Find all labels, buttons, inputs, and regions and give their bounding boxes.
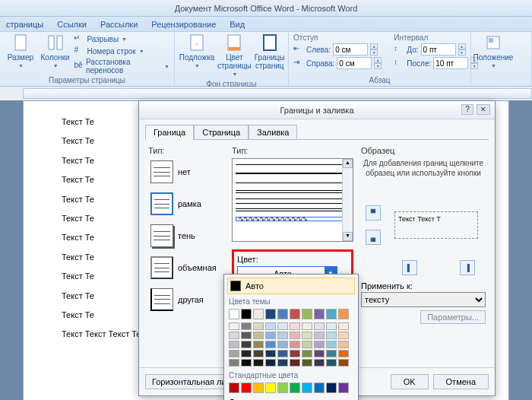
color-swatch[interactable] [265,322,276,330]
page-borders-button[interactable]: Границы страниц [255,33,285,70]
line-style-option[interactable] [236,171,350,176]
dialog-tab-shading[interactable]: Заливка [249,125,297,140]
other-colors-button[interactable]: Другие цвета... [227,395,355,400]
color-swatch[interactable] [253,350,264,357]
color-swatch[interactable] [338,322,349,330]
border-right-button[interactable]: ▐ [460,260,475,275]
border-top-button[interactable]: ▀ [366,205,381,221]
color-swatch[interactable] [326,341,337,348]
color-swatch[interactable] [290,322,300,330]
line-style-option[interactable] [236,189,350,194]
page-color-button[interactable]: Цвет страницы▼ [217,33,252,78]
color-swatch[interactable] [314,322,325,330]
color-swatch[interactable] [229,350,239,357]
color-swatch[interactable] [326,322,337,330]
breaks-button[interactable]: ↵Разрывы▼ [74,33,169,44]
color-swatch[interactable] [302,359,312,367]
line-style-option[interactable] [236,162,350,167]
color-swatch[interactable] [241,359,252,367]
tab-page-layout[interactable]: страницы [6,20,43,29]
dialog-close-button[interactable]: ✕ [477,104,490,115]
color-swatch[interactable] [253,341,264,348]
color-swatch[interactable] [314,359,325,367]
preview-sample[interactable]: Текст Текст Т [394,211,478,239]
color-swatch[interactable] [290,383,300,393]
color-swatch[interactable] [265,359,276,367]
cancel-button[interactable]: Отмена [433,374,489,389]
dialog-help-button[interactable]: ? [461,104,473,115]
color-swatch[interactable] [277,350,288,357]
color-swatch[interactable] [302,309,312,319]
tab-mailings[interactable]: Рассылки [100,20,138,29]
border-type-shadow[interactable]: тень [148,222,224,249]
border-left-button[interactable]: ▌ [402,260,417,275]
spacing-before-spin[interactable]: ▲▼ [458,43,466,56]
color-swatch[interactable] [314,332,325,339]
dialog-tab-border[interactable]: Граница [145,125,194,140]
tab-review[interactable]: Рецензирование [151,20,216,29]
color-swatch[interactable] [253,332,264,339]
color-swatch[interactable] [229,332,239,339]
indent-right-spin[interactable]: ▲▼ [374,57,382,69]
color-swatch[interactable] [338,309,349,319]
position-button[interactable]: Положение▼ [476,33,511,70]
line-numbers-button[interactable]: #Номера строк▼ [74,46,169,56]
indent-right-input[interactable] [337,57,372,69]
color-swatch[interactable] [253,359,264,367]
color-swatch[interactable] [314,350,325,357]
ok-button[interactable]: OK [391,374,429,389]
color-swatch[interactable] [338,383,349,393]
tab-references[interactable]: Ссылки [57,20,87,29]
scroll-down-icon[interactable]: ▼ [343,232,353,241]
color-swatch[interactable] [326,383,337,393]
line-style-option[interactable] [236,208,350,212]
spacing-after-input[interactable] [433,57,468,69]
color-swatch[interactable] [302,350,312,357]
color-swatch[interactable] [265,383,276,393]
color-swatch[interactable] [290,309,300,319]
color-swatch[interactable] [290,359,300,367]
hyphenation-button[interactable]: bêРасстановка переносов▼ [74,58,169,75]
color-swatch[interactable] [277,359,288,367]
color-swatch[interactable] [277,332,288,339]
color-swatch[interactable] [229,341,239,348]
color-swatch[interactable] [277,341,288,348]
color-swatch[interactable] [229,359,239,367]
tab-view[interactable]: Вид [230,20,245,29]
color-swatch[interactable] [265,309,276,319]
color-swatch[interactable] [229,383,239,393]
spacing-before-input[interactable] [421,43,456,56]
dialog-tab-page[interactable]: Страница [194,125,249,140]
color-swatch[interactable] [314,383,325,393]
color-swatch[interactable] [302,341,312,348]
color-swatch[interactable] [338,332,349,339]
color-swatch[interactable] [241,350,252,357]
color-swatch[interactable] [277,322,288,330]
color-swatch[interactable] [290,332,300,339]
line-style-option-selected[interactable] [236,217,350,221]
watermark-button[interactable]: A Подложка▼ [179,33,214,70]
border-type-box[interactable]: рамка [148,190,224,217]
line-style-option[interactable] [236,198,350,203]
color-swatch[interactable] [326,309,337,319]
color-swatch[interactable] [229,309,239,319]
size-button[interactable]: Размер▼ [5,33,36,70]
color-swatch[interactable] [265,332,276,339]
color-swatch[interactable] [241,341,252,348]
indent-left-spin[interactable]: ▲▼ [370,43,378,56]
color-swatch[interactable] [302,322,312,330]
color-swatch[interactable] [241,322,252,330]
color-swatch[interactable] [253,309,264,319]
line-style-option[interactable] [236,180,350,185]
style-scrollbar[interactable]: ▲ ▼ [342,159,353,241]
color-swatch[interactable] [253,383,264,393]
scroll-up-icon[interactable]: ▲ [343,159,353,168]
color-swatch[interactable] [302,383,312,393]
columns-button[interactable]: Колонки▼ [40,33,71,70]
border-bottom-button[interactable]: ▄ [366,230,381,245]
border-type-3d[interactable]: объемная [148,254,224,281]
color-swatch[interactable] [338,359,349,367]
dialog-titlebar[interactable]: Границы и заливка ? ✕ [139,101,495,119]
color-swatch[interactable] [314,309,325,319]
indent-left-input[interactable] [333,43,368,56]
